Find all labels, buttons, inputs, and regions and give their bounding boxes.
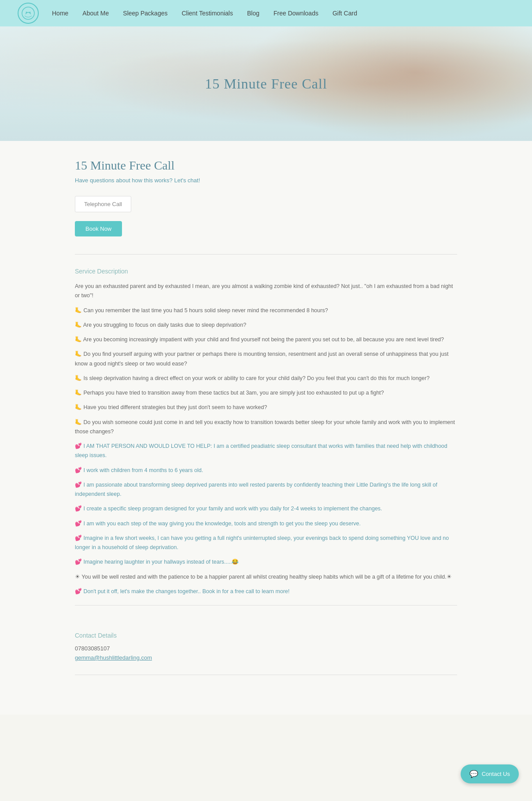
- page-title: 15 Minute Free Call: [75, 159, 457, 173]
- desc-p3: 🦶 Are you becoming increasingly impatien…: [75, 335, 457, 344]
- nav-item-giftcard[interactable]: Gift Card: [332, 9, 357, 17]
- nav-item-downloads[interactable]: Free Downloads: [273, 9, 318, 17]
- contact-section: Contact Details 07803085107 gemma@hushli…: [75, 623, 457, 661]
- hero-title: 15 Minute Free Call: [205, 76, 327, 92]
- desc-p14: 💕 Imagine in a few short weeks, I can ha…: [75, 534, 457, 553]
- nav-item-testimonials[interactable]: Client Testimonials: [181, 9, 233, 17]
- desc-p2: 🦶 Are you struggling to focus on daily t…: [75, 321, 457, 330]
- contact-phone: 07803085107: [75, 645, 457, 652]
- nav-links: Home About Me Sleep Packages Client Test…: [52, 9, 357, 17]
- desc-p0: Are you an exhausted parent and by exhau…: [75, 282, 457, 301]
- section-divider: [75, 254, 457, 255]
- book-now-button[interactable]: Book Now: [75, 221, 122, 236]
- desc-p16: ☀ You will be well rested and with the p…: [75, 572, 457, 582]
- hero-section: 15 Minute Free Call: [0, 26, 532, 141]
- desc-p4: 🦶 Do you find yourself arguing with your…: [75, 350, 457, 369]
- nav-item-home[interactable]: Home: [52, 9, 68, 17]
- svg-point-0: [22, 7, 34, 19]
- desc-p10: 💕 I work with children from 4 months to …: [75, 466, 457, 475]
- desc-p15: 💕 Imagine hearing laughter in your hallw…: [75, 557, 457, 567]
- desc-p1: 🦶 Can you remember the last time you had…: [75, 306, 457, 315]
- section-heading: Service Description: [75, 268, 457, 275]
- nav-item-packages[interactable]: Sleep Packages: [123, 9, 167, 17]
- desc-p6: 🦶 Perhaps you have tried to transition a…: [75, 388, 457, 398]
- contact-email[interactable]: gemma@hushlittledarling.com: [75, 654, 152, 661]
- desc-p17: 💕 Don't put it off, let's make the chang…: [75, 587, 457, 596]
- contact-divider-top: [75, 605, 457, 605]
- main-content: 15 Minute Free Call Have questions about…: [0, 141, 532, 715]
- page-subtitle: Have questions about how this works? Let…: [75, 177, 457, 184]
- service-type-box: Telephone Call: [75, 196, 131, 212]
- desc-p8: 🦶 Do you wish someone could just come in…: [75, 418, 457, 437]
- contact-divider-bottom: [75, 675, 457, 675]
- svg-point-1: [26, 12, 27, 13]
- navigation: Home About Me Sleep Packages Client Test…: [0, 0, 532, 26]
- nav-item-about[interactable]: About Me: [82, 9, 109, 17]
- nav-logo[interactable]: [18, 3, 39, 24]
- desc-p12: 💕 I create a specific sleep program desi…: [75, 504, 457, 513]
- desc-p7: 🦶 Have you tried different strategies bu…: [75, 403, 457, 412]
- desc-p5: 🦶 Is sleep deprivation having a direct e…: [75, 374, 457, 383]
- desc-p11: 💕 I am passionate about transforming sle…: [75, 480, 457, 499]
- nav-item-blog[interactable]: Blog: [247, 9, 259, 17]
- desc-p13: 💕 I am with you each step of the way giv…: [75, 519, 457, 528]
- svg-point-2: [30, 12, 31, 13]
- desc-p9: 💕 I AM THAT PERSON AND WOULD LOVE TO HEL…: [75, 442, 457, 461]
- contact-heading: Contact Details: [75, 632, 457, 639]
